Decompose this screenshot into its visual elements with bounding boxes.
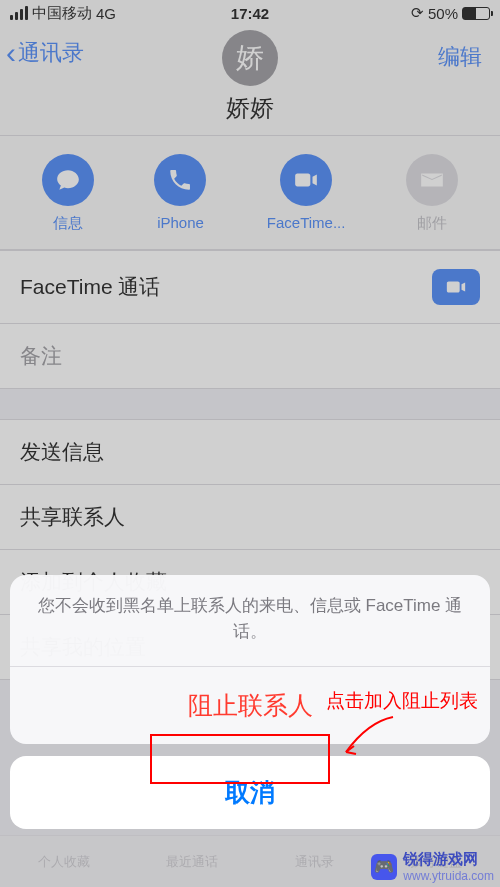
status-left: 中国移动 4G (10, 4, 116, 23)
quick-actions: 信息 iPhone FaceTime... 邮件 (0, 136, 500, 250)
row-send-message-label: 发送信息 (20, 438, 104, 466)
avatar: 娇 (222, 30, 278, 86)
action-call-label: iPhone (157, 214, 204, 231)
row-notes[interactable]: 备注 (0, 324, 500, 389)
carrier-label: 中国移动 (32, 4, 92, 23)
video-icon (280, 154, 332, 206)
action-facetime-label: FaceTime... (267, 214, 346, 231)
watermark: 🎮 锐得游戏网 www.ytruida.com (371, 850, 494, 883)
status-time: 17:42 (231, 5, 269, 22)
back-label: 通讯录 (18, 38, 84, 68)
battery-pct: 50% (428, 5, 458, 22)
network-label: 4G (96, 5, 116, 22)
status-bar: 中国移动 4G 17:42 ⟳ 50% (0, 0, 500, 26)
annotation-arrow-icon (338, 712, 398, 762)
action-message[interactable]: 信息 (42, 154, 94, 233)
mail-icon (406, 154, 458, 206)
tab-favorites[interactable]: 个人收藏 (38, 853, 90, 871)
action-message-label: 信息 (53, 214, 83, 233)
watermark-url: www.ytruida.com (403, 869, 494, 883)
watermark-brand: 锐得游戏网 (403, 850, 494, 869)
action-mail: 邮件 (406, 154, 458, 233)
signal-bars-icon (10, 6, 28, 20)
message-icon (42, 154, 94, 206)
edit-button[interactable]: 编辑 (438, 42, 482, 72)
status-right: ⟳ 50% (411, 4, 490, 22)
facetime-video-icon[interactable] (432, 269, 480, 305)
action-call[interactable]: iPhone (154, 154, 206, 233)
row-share-contact[interactable]: 共享联系人 (0, 485, 500, 550)
contact-name: 娇娇 (226, 92, 274, 124)
tab-recents[interactable]: 最近通话 (166, 853, 218, 871)
row-send-message[interactable]: 发送信息 (0, 419, 500, 485)
rotation-lock-icon: ⟳ (411, 4, 424, 22)
row-facetime-call[interactable]: FaceTime 通话 (0, 250, 500, 324)
action-mail-label: 邮件 (417, 214, 447, 233)
phone-icon (154, 154, 206, 206)
chevron-left-icon: ‹ (6, 38, 16, 68)
avatar-initial: 娇 (236, 39, 264, 77)
watermark-logo-icon: 🎮 (371, 854, 397, 880)
row-notes-label: 备注 (20, 342, 62, 370)
row-facetime-label: FaceTime 通话 (20, 273, 160, 301)
action-sheet-card: 您不会收到黑名单上联系人的来电、信息或 FaceTime 通话。 阻止联系人 (10, 575, 490, 744)
row-share-contact-label: 共享联系人 (20, 503, 125, 531)
battery-icon (462, 7, 490, 20)
action-facetime[interactable]: FaceTime... (267, 154, 346, 233)
back-button[interactable]: ‹ 通讯录 (6, 38, 84, 68)
annotation-text: 点击加入阻止列表 (326, 688, 478, 714)
annotation-box (150, 734, 330, 784)
tab-contacts[interactable]: 通讯录 (295, 853, 334, 871)
action-sheet-message: 您不会收到黑名单上联系人的来电、信息或 FaceTime 通话。 (10, 575, 490, 667)
contact-header: ‹ 通讯录 编辑 娇 娇娇 (0, 26, 500, 136)
